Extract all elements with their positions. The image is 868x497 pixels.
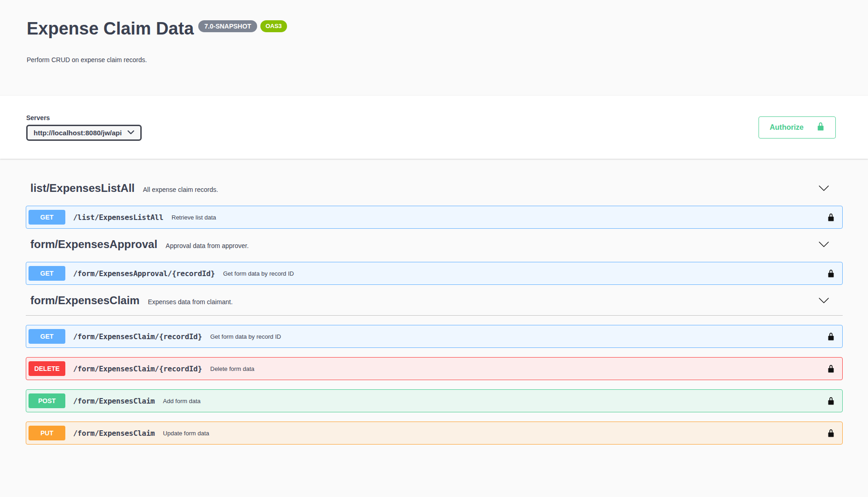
operation-path: /list/ExpensesListAll (73, 213, 163, 222)
section-description: All expense claim records. (143, 186, 218, 193)
operation-section: list/ExpensesListAll All expense claim r… (26, 182, 843, 229)
section-operations: GET /form/ExpensesApproval/{recordId} Ge… (26, 262, 843, 285)
operations-list: list/ExpensesListAll All expense claim r… (0, 159, 868, 445)
operation-row[interactable]: POST /form/ExpensesClaim Add form data (26, 389, 843, 412)
operation-summary: Add form data (163, 398, 201, 405)
operation-section: form/ExpensesClaim Expenses data from cl… (26, 294, 843, 445)
operation-row[interactable]: GET /list/ExpensesListAll Retrieve list … (26, 206, 843, 229)
chevron-down-icon[interactable] (818, 296, 830, 305)
oas3-badge: OAS3 (260, 20, 287, 32)
section-header[interactable]: form/ExpensesClaim Expenses data from cl… (26, 294, 843, 307)
chevron-down-icon[interactable] (818, 240, 830, 248)
lock-icon[interactable] (827, 269, 835, 278)
operation-path: /form/ExpensesClaim/{recordId} (73, 332, 202, 341)
method-badge: GET (29, 210, 65, 225)
section-description: Approval data from approver. (166, 242, 249, 249)
method-badge: DELETE (29, 361, 65, 376)
operation-summary: Update form data (163, 430, 209, 437)
operation-row[interactable]: DELETE /form/ExpensesClaim/{recordId} De… (26, 357, 843, 380)
operation-summary: Retrieve list data (172, 214, 216, 221)
operation-summary: Get form data by record ID (210, 333, 281, 340)
section-header[interactable]: list/ExpensesListAll All expense claim r… (26, 182, 843, 195)
server-select-value: http://localhost:8080/jw/api (34, 129, 122, 137)
lock-icon[interactable] (827, 428, 835, 438)
api-info-header: Expense Claim Data 7.0-SNAPSHOT OAS3 Per… (0, 0, 868, 96)
scheme-container: Servers http://localhost:8080/jw/api Aut… (0, 96, 868, 159)
operation-path: /form/ExpensesApproval/{recordId} (73, 269, 215, 278)
servers-block: Servers http://localhost:8080/jw/api (26, 114, 142, 141)
server-select[interactable]: http://localhost:8080/jw/api (26, 125, 142, 141)
operation-path: /form/ExpensesClaim/{recordId} (73, 364, 202, 373)
chevron-down-icon[interactable] (818, 184, 830, 192)
servers-label: Servers (26, 114, 142, 121)
lock-icon[interactable] (827, 364, 835, 374)
section-description: Expenses data from claimant. (148, 298, 232, 306)
section-operations: GET /list/ExpensesListAll Retrieve list … (26, 206, 843, 229)
page-title: Expense Claim Data (27, 18, 194, 40)
lock-icon[interactable] (827, 332, 835, 341)
authorize-label: Authorize (770, 123, 804, 132)
section-title: list/ExpensesListAll (30, 182, 135, 195)
section-header[interactable]: form/ExpensesApproval Approval data from… (26, 238, 843, 251)
operation-path: /form/ExpensesClaim (73, 429, 155, 438)
operation-row[interactable]: GET /form/ExpensesApproval/{recordId} Ge… (26, 262, 843, 285)
method-badge: PUT (29, 426, 65, 440)
chevron-down-icon (127, 130, 134, 135)
lock-icon[interactable] (827, 396, 835, 406)
operation-summary: Delete form data (210, 365, 254, 372)
method-badge: POST (29, 393, 65, 408)
lock-icon (816, 121, 825, 133)
section-divider (26, 315, 843, 316)
section-title: form/ExpensesApproval (30, 238, 157, 251)
operation-path: /form/ExpensesClaim (73, 397, 155, 405)
section-title: form/ExpensesClaim (30, 294, 139, 307)
operation-row[interactable]: PUT /form/ExpensesClaim Update form data (26, 422, 843, 445)
section-operations: GET /form/ExpensesClaim/{recordId} Get f… (26, 325, 843, 445)
operation-summary: Get form data by record ID (223, 270, 294, 277)
method-badge: GET (29, 266, 65, 281)
authorize-button[interactable]: Authorize (759, 116, 836, 139)
operation-section: form/ExpensesApproval Approval data from… (26, 238, 843, 285)
lock-icon[interactable] (827, 213, 835, 222)
title-badges: 7.0-SNAPSHOT OAS3 (198, 20, 287, 32)
version-badge: 7.0-SNAPSHOT (198, 20, 257, 32)
operation-row[interactable]: GET /form/ExpensesClaim/{recordId} Get f… (26, 325, 843, 348)
method-badge: GET (29, 329, 65, 344)
api-description: Perform CRUD on expense claim records. (27, 56, 841, 64)
